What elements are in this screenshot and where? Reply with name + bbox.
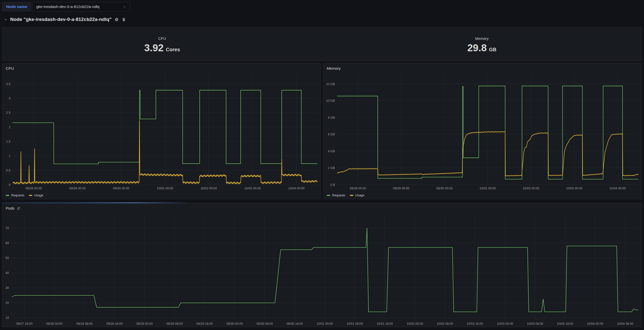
svg-text:30: 30: [6, 286, 9, 290]
svg-text:20: 20: [6, 301, 9, 304]
legend-item-requests[interactable]: Requests: [327, 194, 346, 197]
svg-text:10/02 00:00: 10/02 00:00: [200, 187, 217, 190]
stat-panel: CPU 3.92 Cores Memory 29.8 GB: [2, 27, 642, 61]
row-settings-gear-icon[interactable]: [114, 18, 119, 22]
pods-panel: Pods 1020304050607009/27 16:0009/28 00:0…: [2, 203, 642, 327]
svg-text:60: 60: [6, 242, 9, 245]
svg-text:10/03 16:00: 10/03 16:00: [557, 322, 573, 326]
svg-text:09/29 08:00: 09/29 08:00: [166, 322, 183, 326]
svg-text:70: 70: [6, 226, 9, 230]
svg-text:0: 0: [9, 183, 10, 187]
svg-text:10/03 00:00: 10/03 00:00: [497, 322, 513, 326]
svg-text:09/30 08:00: 09/30 08:00: [256, 322, 273, 326]
svg-text:0 B: 0 B: [330, 183, 335, 187]
svg-text:10/01 16:00: 10/01 16:00: [376, 322, 393, 326]
svg-text:40: 40: [6, 271, 9, 275]
cpu-stat-title: CPU: [158, 36, 166, 40]
svg-text:10/02 00:00: 10/02 00:00: [523, 187, 539, 190]
memory-panel-title[interactable]: Memory: [327, 66, 341, 71]
svg-text:10 GB: 10 GB: [326, 99, 335, 102]
svg-text:09/28 08:00: 09/28 08:00: [76, 322, 92, 326]
svg-text:09/30 00:00: 09/30 00:00: [226, 322, 243, 326]
svg-text:50: 50: [6, 256, 9, 260]
svg-text:8 GB: 8 GB: [328, 116, 335, 120]
row-delete-trash-icon[interactable]: [122, 18, 126, 22]
legend-swatch: [6, 195, 9, 196]
node-variable-value: gke-iresdash-dev-0-a-812cb22a-ndlq: [36, 4, 99, 9]
svg-text:09/29 16:00: 09/29 16:00: [196, 322, 213, 326]
svg-text:2: 2: [9, 126, 10, 129]
svg-text:10/03 00:00: 10/03 00:00: [566, 187, 582, 190]
svg-text:1.5: 1.5: [6, 140, 10, 143]
cpu-stat-unit: Cores: [166, 47, 180, 52]
cpu-stat-value: 3.92: [144, 43, 164, 53]
legend-swatch: [350, 195, 353, 196]
chevron-down-icon: [123, 5, 126, 8]
sync-slash-icon[interactable]: [17, 206, 20, 210]
svg-text:10/04 00:00: 10/04 00:00: [288, 187, 304, 190]
cpu-panel-title[interactable]: CPU: [6, 66, 14, 71]
svg-text:12 GB: 12 GB: [326, 82, 335, 86]
node-variable-dropdown[interactable]: gke-iresdash-dev-0-a-812cb22a-ndlq: [32, 2, 130, 12]
memory-stat: Memory 29.8 GB: [322, 28, 642, 61]
grafana-dashboard: { "colors": { "background": "#111217", "…: [0, 0, 644, 330]
svg-text:10/01 08:00: 10/01 08:00: [347, 322, 363, 326]
svg-text:09/30 16:00: 09/30 16:00: [286, 322, 303, 326]
legend-item-usage[interactable]: Usage: [350, 194, 364, 197]
svg-text:4 GB: 4 GB: [328, 150, 335, 153]
pods-panel-title[interactable]: Pods: [6, 206, 14, 210]
memory-stat-value: 29.8: [467, 43, 487, 53]
row-collapse-chevron-icon[interactable]: [4, 18, 7, 21]
cpu-panel: CPU 00.511.522.533.509/28 00:0009/29 00:…: [2, 63, 321, 199]
svg-text:3.5: 3.5: [6, 82, 10, 86]
memory-legend: RequestsUsage: [323, 192, 642, 199]
svg-text:2.5: 2.5: [6, 111, 10, 114]
dashboard-controls-bar: Node name gke-iresdash-dev-0-a-812cb22a-…: [2, 2, 642, 12]
svg-text:10/02 00:00: 10/02 00:00: [406, 322, 423, 326]
svg-text:09/28 00:00: 09/28 00:00: [26, 187, 42, 190]
svg-text:09/28 00:00: 09/28 00:00: [350, 187, 366, 190]
cpu-stat: CPU 3.92 Cores: [2, 28, 322, 61]
row-header[interactable]: Node "gke-iresdash-dev-0-a-812cb22a-ndlq…: [4, 15, 642, 24]
svg-text:3: 3: [9, 96, 10, 100]
svg-text:10/04 00:00: 10/04 00:00: [587, 322, 603, 326]
legend-item-usage[interactable]: Usage: [29, 194, 43, 197]
svg-text:10/04 00:00: 10/04 00:00: [610, 187, 626, 190]
cpu-chart[interactable]: 00.511.522.533.509/28 00:0009/29 00:0009…: [2, 73, 321, 192]
legend-swatch: [327, 195, 330, 196]
svg-text:10: 10: [6, 316, 9, 320]
memory-stat-title: Memory: [475, 36, 488, 40]
memory-panel: Memory 0 B2 GB4 GB6 GB8 GB10 GB12 GB09/2…: [323, 63, 642, 199]
memory-stat-unit: GB: [489, 47, 496, 52]
svg-text:09/30 00:00: 09/30 00:00: [113, 187, 130, 190]
svg-text:6 GB: 6 GB: [328, 133, 335, 136]
svg-text:2 GB: 2 GB: [328, 166, 335, 170]
row-title: Node "gke-iresdash-dev-0-a-812cb22a-ndlq…: [10, 17, 112, 22]
svg-text:10/02 16:00: 10/02 16:00: [467, 322, 483, 326]
memory-chart[interactable]: 0 B2 GB4 GB6 GB8 GB10 GB12 GB09/28 00:00…: [323, 73, 642, 192]
variable-label: Node name: [2, 2, 31, 12]
svg-text:10/01 00:00: 10/01 00:00: [316, 322, 333, 326]
cpu-legend: RequestsUsage: [2, 192, 321, 199]
svg-text:09/30 00:00: 09/30 00:00: [436, 187, 453, 190]
svg-text:09/28 16:00: 09/28 16:00: [106, 322, 123, 326]
svg-text:10/01 00:00: 10/01 00:00: [157, 187, 173, 190]
svg-text:0.5: 0.5: [6, 169, 10, 172]
pods-chart[interactable]: 1020304050607009/27 16:0009/28 00:0009/2…: [2, 212, 642, 327]
svg-text:10/03 08:00: 10/03 08:00: [527, 322, 543, 326]
svg-text:09/29 00:00: 09/29 00:00: [69, 187, 86, 190]
svg-text:10/03 00:00: 10/03 00:00: [244, 187, 261, 190]
svg-text:09/29 00:00: 09/29 00:00: [136, 322, 153, 326]
svg-text:09/29 00:00: 09/29 00:00: [393, 187, 409, 190]
legend-swatch: [29, 195, 32, 196]
svg-text:09/28 00:00: 09/28 00:00: [46, 322, 63, 326]
legend-item-requests[interactable]: Requests: [6, 194, 24, 197]
svg-text:10/04 08:00: 10/04 08:00: [617, 322, 633, 326]
svg-text:09/27 16:00: 09/27 16:00: [16, 322, 32, 326]
svg-text:10/02 08:00: 10/02 08:00: [437, 322, 453, 326]
svg-text:1: 1: [9, 154, 10, 158]
svg-text:10/01 00:00: 10/01 00:00: [480, 187, 496, 190]
